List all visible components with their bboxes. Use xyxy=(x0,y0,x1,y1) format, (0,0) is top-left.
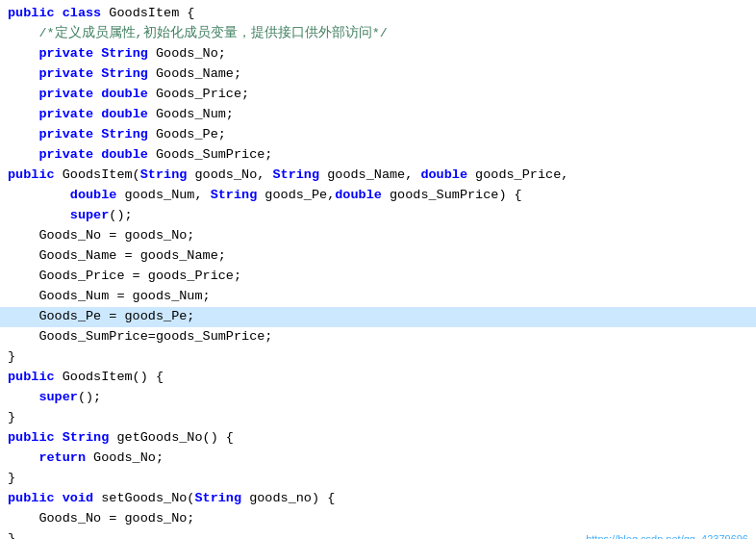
line-content: public void setGoods_No(String goods_no)… xyxy=(8,489,748,509)
watermark: https://blog.csdn.net/qq_42379696 xyxy=(586,531,748,539)
line-content: private double Goods_SumPrice; xyxy=(8,145,748,166)
line-content: public GoodsItem(String goods_No, String… xyxy=(8,166,748,186)
token-kw: private xyxy=(8,46,93,61)
token-punct: (); xyxy=(78,390,101,404)
token-punct: goods_Price, xyxy=(467,167,568,182)
token-comment: /*定义成员属性,初始化成员变量，提供接口供外部访问*/ xyxy=(8,26,388,40)
line-content: } xyxy=(8,347,748,368)
token-punct: getGoods_No() { xyxy=(109,430,234,445)
token-kw: super xyxy=(38,208,109,222)
token-kw: return xyxy=(8,450,86,465)
token-kw: public xyxy=(8,430,55,445)
code-line: Goods_No = goods_No; xyxy=(0,509,756,529)
code-line: private double Goods_Num; xyxy=(0,105,756,125)
code-line: super(); xyxy=(0,388,756,408)
token-punct: goods_Num, xyxy=(116,188,210,202)
token-kw: String xyxy=(63,430,110,445)
token-kw: private xyxy=(8,66,93,81)
token-punct: goods_no) { xyxy=(241,491,335,505)
code-line: private String Goods_Pe; xyxy=(0,125,756,145)
line-content: private double Goods_Price; xyxy=(8,85,748,105)
token-punct xyxy=(55,6,63,20)
token-punct: Goods_Pe = goods_Pe; xyxy=(8,309,194,323)
token-kw: String xyxy=(272,167,319,182)
line-content: private String Goods_Pe; xyxy=(8,125,748,145)
line-content: Goods_No = goods_No; xyxy=(8,509,748,529)
line-content: public GoodsItem() { xyxy=(8,368,748,388)
token-punct: GoodsItem( xyxy=(55,167,140,182)
token-punct: Goods_SumPrice=goods_SumPrice; xyxy=(8,329,272,344)
token-kw: void xyxy=(63,491,93,505)
code-line: private String Goods_Name; xyxy=(0,64,756,85)
token-kw: private xyxy=(8,107,93,121)
token-punct: Goods_Name; xyxy=(148,66,241,81)
token-kw: public xyxy=(8,167,55,182)
line-content: public String getGoods_No() { xyxy=(8,428,748,449)
line-content: Goods_Num = goods_Num; xyxy=(8,287,748,307)
token-kw: String xyxy=(211,188,258,202)
line-content: private double Goods_Num; xyxy=(8,105,748,125)
code-line: double goods_Num, String goods_Pe,double… xyxy=(0,186,756,206)
code-lines: public class GoodsItem { /*定义成员属性,初始化成员变… xyxy=(0,4,756,539)
token-kw: super xyxy=(8,390,78,404)
line-content: /*定义成员属性,初始化成员变量，提供接口供外部访问*/ xyxy=(8,24,748,44)
token-punct: Goods_No; xyxy=(86,450,164,465)
line-content: Goods_Pe = goods_Pe; xyxy=(8,307,748,327)
code-line: public GoodsItem() { xyxy=(0,368,756,388)
token-punct xyxy=(8,188,70,202)
token-kw: private xyxy=(8,147,93,162)
token-punct: goods_No, xyxy=(187,167,272,182)
code-line: Goods_No = goods_No; xyxy=(0,226,756,246)
token-punct xyxy=(8,208,38,222)
token-punct: Goods_Price = goods_Price; xyxy=(8,269,241,283)
token-punct: } xyxy=(8,410,15,424)
code-line: private double Goods_SumPrice; xyxy=(0,145,756,166)
token-kw: double xyxy=(101,107,148,121)
code-line: private String Goods_No; xyxy=(0,44,756,64)
token-punct: Goods_Pe; xyxy=(148,127,226,141)
token-kw: String xyxy=(194,491,241,505)
token-kw: double xyxy=(101,87,148,101)
token-kw: double xyxy=(70,188,117,202)
token-punct: Goods_No; xyxy=(148,46,226,61)
token-punct: goods_Pe, xyxy=(257,188,335,202)
token-punct: Goods_No = goods_No; xyxy=(8,511,194,526)
token-punct xyxy=(55,491,63,505)
token-punct: Goods_Price; xyxy=(148,87,249,101)
line-content: private String Goods_Name; xyxy=(8,64,748,85)
token-kw: public xyxy=(8,491,55,505)
code-line: Goods_Num = goods_Num; xyxy=(0,287,756,307)
code-line: Goods_Price = goods_Price; xyxy=(0,267,756,287)
line-content: public class GoodsItem { xyxy=(8,4,748,24)
line-content: Goods_Price = goods_Price; xyxy=(8,267,748,287)
token-punct: Goods_SumPrice; xyxy=(148,147,273,162)
code-line: } xyxy=(0,469,756,489)
line-content: double goods_Num, String goods_Pe,double… xyxy=(8,186,748,206)
line-content: Goods_Name = goods_Name; xyxy=(8,246,748,267)
token-punct: setGoods_No( xyxy=(93,491,194,505)
code-line: private double Goods_Price; xyxy=(0,85,756,105)
line-content: } xyxy=(8,469,748,489)
line-content: Goods_No = goods_No; xyxy=(8,226,748,246)
code-line: return Goods_No; xyxy=(0,449,756,469)
token-kw: private xyxy=(8,87,93,101)
token-punct: GoodsItem { xyxy=(101,6,194,20)
token-punct: Goods_Num = goods_Num; xyxy=(8,289,211,303)
code-line: } xyxy=(0,347,756,368)
token-punct: Goods_No = goods_No; xyxy=(8,228,194,243)
code-line: public void setGoods_No(String goods_no)… xyxy=(0,489,756,509)
line-content: Goods_SumPrice=goods_SumPrice; xyxy=(8,327,748,347)
token-punct: goods_SumPrice) { xyxy=(382,188,522,202)
token-punct: Goods_Num; xyxy=(148,107,234,121)
code-line: Goods_Name = goods_Name; xyxy=(0,246,756,267)
token-punct: } xyxy=(8,531,15,539)
code-line: } xyxy=(0,408,756,428)
code-line: /*定义成员属性,初始化成员变量，提供接口供外部访问*/ xyxy=(0,24,756,44)
code-line: Goods_Pe = goods_Pe; xyxy=(0,307,756,327)
token-punct: goods_Name, xyxy=(319,167,420,182)
token-punct xyxy=(55,430,63,445)
token-kw: String xyxy=(101,66,148,81)
line-content: super(); xyxy=(8,388,748,408)
line-content: private String Goods_No; xyxy=(8,44,748,64)
code-line: public GoodsItem(String goods_No, String… xyxy=(0,166,756,186)
